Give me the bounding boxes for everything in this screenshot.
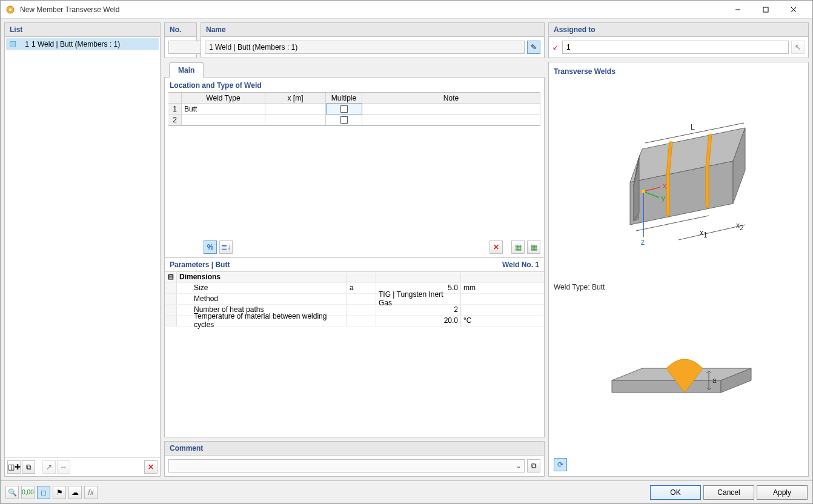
percent-button[interactable]: % <box>204 240 217 254</box>
sort-icon: ≣↓ <box>221 243 231 251</box>
flag-button[interactable]: ⚑ <box>53 486 66 499</box>
svg-text:x2: x2 <box>736 221 744 232</box>
close-button[interactable] <box>780 1 808 19</box>
maximize-button[interactable] <box>752 1 780 19</box>
param-row[interactable]: Temperature of material between welding … <box>165 316 544 327</box>
link-button[interactable]: ↔ <box>57 460 70 474</box>
comment-header: Comment <box>165 442 544 456</box>
cell-x[interactable] <box>265 104 326 114</box>
no-header: No. <box>165 23 196 37</box>
location-title: Location and Type of Weld <box>165 78 544 92</box>
include-button[interactable]: ↗ <box>42 460 56 474</box>
duplicate-button[interactable]: ⧉ <box>22 460 35 474</box>
tab-strip: Main <box>164 62 545 77</box>
param-row[interactable]: Size a 5.0 mm <box>165 283 544 294</box>
minimize-button[interactable] <box>724 1 752 19</box>
search-button[interactable]: 🔍 <box>5 486 19 499</box>
list-item[interactable]: 1 1 Weld | Butt (Members : 1) <box>6 38 159 50</box>
param-value[interactable]: 20.0 <box>376 316 460 326</box>
preview-title: Transverse Welds <box>554 67 803 76</box>
row-num: 2 <box>168 114 182 125</box>
row-num: 1 <box>168 104 182 114</box>
cell-mult[interactable] <box>326 104 362 114</box>
list-toolbar: ◫✚ ⧉ ↗ ↔ ✕ <box>5 457 160 476</box>
list-item-num: 1 <box>18 40 29 48</box>
edit-icon: ✎ <box>531 43 537 51</box>
cell-note[interactable] <box>362 114 540 125</box>
cell-type[interactable]: Butt <box>182 104 265 114</box>
svg-marker-33 <box>612 380 721 393</box>
sort-button[interactable]: ≣↓ <box>219 240 233 254</box>
pick-icon: ↖ <box>795 43 801 51</box>
refresh-preview-button[interactable]: ⟳ <box>554 458 567 471</box>
svg-line-22 <box>679 225 745 240</box>
preview-caption: Weld Type: Butt <box>554 283 803 291</box>
main-panel: Location and Type of Weld Weld Type x [m… <box>164 77 545 437</box>
parameters-section: Parameters | Butt Weld No. 1 ⊟ Dimension… <box>165 257 544 327</box>
weld-no-label: Weld No. 1 <box>502 260 539 269</box>
param-label: Size <box>177 283 347 293</box>
cell-note[interactable] <box>362 104 540 114</box>
loc-col-note: Note <box>362 93 540 104</box>
cell-mult[interactable] <box>326 114 362 125</box>
comment-combo[interactable]: ⌄ <box>168 459 525 472</box>
units-button[interactable]: 0,00 <box>21 486 35 499</box>
delete-list-button[interactable]: ✕ <box>144 460 158 474</box>
delete-row-button[interactable]: ✕ <box>489 240 503 254</box>
fx-button[interactable]: fx <box>84 486 98 499</box>
param-unit: mm <box>460 283 485 293</box>
svg-point-31 <box>642 190 645 193</box>
edit-name-button[interactable]: ✎ <box>527 41 540 54</box>
cloud-button[interactable]: ☁ <box>68 486 82 499</box>
cell-type[interactable] <box>182 114 265 125</box>
color-swatch <box>10 41 16 47</box>
preview-3d: L x1 x2 x y z <box>554 78 803 280</box>
param-value[interactable]: TIG | Tungsten Inert Gas <box>376 294 460 304</box>
param-label: Method <box>177 294 347 304</box>
table-row[interactable]: 1 Butt <box>168 104 540 114</box>
app-icon <box>5 5 15 15</box>
svg-rect-3 <box>763 7 768 12</box>
param-label: Temperature of material between welding … <box>177 316 347 326</box>
tab-main[interactable]: Main <box>169 62 204 78</box>
window-title: New Member Transverse Weld <box>20 5 724 14</box>
view-button[interactable]: ◻ <box>37 486 50 499</box>
cancel-button[interactable]: Cancel <box>703 485 754 500</box>
apply-button[interactable]: Apply <box>757 485 808 500</box>
preview-section: a <box>554 294 803 456</box>
table-row[interactable]: 2 <box>168 114 540 125</box>
svg-text:y: y <box>662 194 665 202</box>
grid2-button[interactable]: ▦ <box>527 240 540 254</box>
cloud-icon: ☁ <box>71 488 79 497</box>
grid1-button[interactable]: ▦ <box>511 240 525 254</box>
svg-text:a: a <box>712 376 717 385</box>
assigned-panel: Assigned to ↙ ↖ <box>548 22 809 58</box>
refresh-icon: ⟳ <box>557 460 563 469</box>
new-item-button[interactable]: ◫✚ <box>7 460 21 474</box>
pick-button[interactable]: ↖ <box>791 41 805 54</box>
param-value[interactable]: 2 <box>376 305 460 315</box>
assigned-input[interactable] <box>562 41 789 54</box>
preview-panel: Transverse Welds <box>548 62 809 477</box>
name-input[interactable] <box>205 41 525 54</box>
checkbox[interactable] <box>340 105 348 113</box>
grid-icon: ▦ <box>531 243 537 251</box>
collapse-icon[interactable]: ⊟ <box>165 272 177 282</box>
svg-text:L: L <box>691 123 695 131</box>
cell-x[interactable] <box>265 114 326 125</box>
no-panel: No. <box>164 22 197 58</box>
param-group[interactable]: ⊟ Dimensions <box>165 272 544 283</box>
duplicate-icon: ⧉ <box>26 463 32 471</box>
comment-copy-button[interactable]: ⧉ <box>527 459 540 472</box>
grid-icon: ▦ <box>515 243 522 251</box>
new-icon: ◫✚ <box>8 463 21 471</box>
checkbox[interactable] <box>340 116 348 124</box>
group-label: Dimensions <box>177 272 347 282</box>
percent-icon: % <box>207 243 214 251</box>
param-unit: °C <box>460 316 485 326</box>
fx-icon: fx <box>88 488 93 497</box>
ok-button[interactable]: OK <box>650 485 701 500</box>
chevron-down-icon: ⌄ <box>516 462 522 470</box>
svg-text:x: x <box>663 182 666 190</box>
param-row[interactable]: Method TIG | Tungsten Inert Gas <box>165 294 544 305</box>
